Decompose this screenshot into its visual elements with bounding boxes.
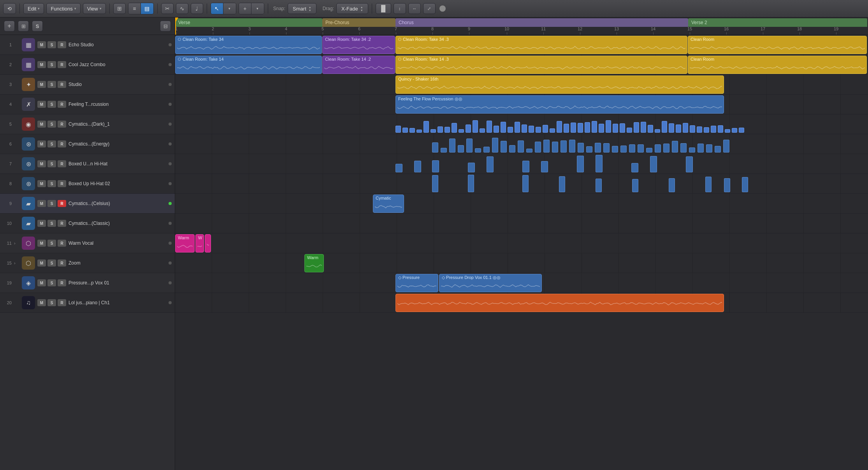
midi-note-4-19[interactable] xyxy=(529,126,534,133)
midi-note-4-2[interactable] xyxy=(409,128,415,133)
midi-note-4-41[interactable] xyxy=(683,123,688,133)
track-r-button-20[interactable]: R xyxy=(58,299,66,306)
track-m-button-10[interactable]: M xyxy=(37,220,46,227)
track-r-button-4[interactable]: R xyxy=(58,101,66,108)
midi-note-5-7[interactable] xyxy=(492,138,498,153)
midi-note-4-14[interactable] xyxy=(494,126,499,133)
midi-note-4-32[interactable] xyxy=(620,123,625,133)
add-chevron[interactable]: ▾ xyxy=(251,3,264,14)
midi-note-4-18[interactable] xyxy=(522,125,527,133)
track-s-button-15[interactable]: S xyxy=(47,260,56,267)
track-m-button-11[interactable]: M xyxy=(37,240,46,247)
track-r-button-2[interactable]: R xyxy=(58,61,66,68)
midi-note-7-4[interactable] xyxy=(596,179,602,192)
track-lane-1[interactable]: Clean Room: Take 34Clean Room: Take 34 .… xyxy=(175,35,868,55)
midi-note-7-6[interactable] xyxy=(669,178,675,192)
midi-note-6-4[interactable] xyxy=(487,156,494,172)
midi-note-5-18[interactable] xyxy=(586,146,592,153)
clip-0-clean-room:-take-34-.2[interactable]: Clean Room: Take 34 .2 xyxy=(322,36,395,54)
midi-note-5-30[interactable] xyxy=(689,147,695,153)
midi-note-6-1[interactable] xyxy=(414,161,421,172)
midi-note-4-42[interactable] xyxy=(690,125,695,133)
track-r-button-15[interactable]: R xyxy=(58,260,66,267)
track-r-button-5[interactable]: R xyxy=(58,121,66,128)
clip-10-w[interactable]: W xyxy=(195,234,204,253)
midi-note-5-19[interactable] xyxy=(595,143,601,153)
midi-note-4-16[interactable] xyxy=(508,127,513,133)
track-r-button-10[interactable]: R xyxy=(58,220,66,227)
midi-note-4-40[interactable] xyxy=(676,125,681,133)
track-r-button-6[interactable]: R xyxy=(58,140,66,147)
track-s-button-19[interactable]: S xyxy=(47,279,56,286)
clip-1-clean-room[interactable]: Clean Room xyxy=(688,56,867,74)
midi-note-4-44[interactable] xyxy=(704,127,709,133)
track-lane-4[interactable]: Feeling The Flow Percussion ◎◎ xyxy=(175,95,868,114)
midi-note-5-1[interactable] xyxy=(441,148,447,153)
midi-note-4-13[interactable] xyxy=(487,121,492,133)
midi-note-4-20[interactable] xyxy=(536,127,541,133)
midi-note-7-0[interactable] xyxy=(432,175,438,192)
track-m-button-8[interactable]: M xyxy=(37,180,46,187)
clip-12-◇-pressure[interactable]: ◇ Pressure xyxy=(395,274,438,292)
track-row-3[interactable]: 3✦MSRStudio xyxy=(0,75,175,95)
clip-2-quincy---shaker-16th[interactable]: Quincy - Shaker 16th xyxy=(395,75,724,94)
midi-note-5-8[interactable] xyxy=(501,141,507,153)
midi-note-4-8[interactable] xyxy=(452,123,457,133)
wave-button[interactable]: ∿ xyxy=(176,3,188,14)
midi-note-4-5[interactable] xyxy=(430,129,436,133)
track-row-1[interactable]: 1▦MSREcho Studio xyxy=(0,35,175,55)
track-row-19[interactable]: 19◈MSRPressure...p Vox 01 xyxy=(0,273,175,293)
midi-note-4-22[interactable] xyxy=(550,128,555,133)
midi-note-6-3[interactable] xyxy=(468,163,475,172)
track-lane-8[interactable] xyxy=(175,174,868,194)
track-row-15[interactable]: 15›⬡MSRZoom xyxy=(0,253,175,273)
midi-note-4-38[interactable] xyxy=(662,121,667,133)
midi-note-5-14[interactable] xyxy=(552,142,558,153)
midi-note-5-9[interactable] xyxy=(509,145,515,153)
track-r-button-9[interactable]: R xyxy=(58,200,66,207)
midi-note-4-27[interactable] xyxy=(585,122,590,133)
midi-note-5-25[interactable] xyxy=(646,148,652,153)
view-menu[interactable]: View ▾ xyxy=(83,3,106,14)
midi-note-6-0[interactable] xyxy=(395,164,402,172)
track-lane-20[interactable] xyxy=(175,293,868,313)
midi-note-4-37[interactable] xyxy=(655,129,660,133)
midi-note-4-28[interactable] xyxy=(592,121,597,133)
midi-note-5-3[interactable] xyxy=(458,145,464,153)
group-tracks-button[interactable]: ⊞ xyxy=(18,21,29,32)
track-r-button-7[interactable]: R xyxy=(58,160,66,167)
midi-note-5-0[interactable] xyxy=(432,142,438,153)
track-m-button-7[interactable]: M xyxy=(37,160,46,167)
midi-note-4-35[interactable] xyxy=(641,122,646,133)
track-r-button-19[interactable]: R xyxy=(58,279,66,286)
track-lane-11[interactable]: WarmW xyxy=(175,233,868,253)
fit-button[interactable]: ↔ xyxy=(408,3,421,14)
levels-button[interactable]: ▐▌ xyxy=(376,3,391,14)
track-lane-7[interactable] xyxy=(175,154,868,174)
track-s-button-7[interactable]: S xyxy=(47,160,56,167)
clip-0-clean-room[interactable]: Clean Room xyxy=(688,36,867,54)
grid-view-button[interactable]: ⊞ xyxy=(113,3,126,14)
midi-note-5-27[interactable] xyxy=(663,144,669,153)
midi-note-7-3[interactable] xyxy=(559,176,565,192)
drag-value-button[interactable]: X-Fade ▲ ▼ xyxy=(336,3,368,14)
track-m-button-2[interactable]: M xyxy=(37,61,46,68)
midi-note-4-1[interactable] xyxy=(402,128,408,133)
track-lane-15[interactable]: Warm xyxy=(175,253,868,273)
track-m-button-15[interactable]: M xyxy=(37,260,46,267)
midi-note-4-36[interactable] xyxy=(648,125,653,133)
midi-note-4-34[interactable] xyxy=(634,122,639,133)
expand-button[interactable]: ↕ xyxy=(394,3,406,14)
track-s-button-8[interactable]: S xyxy=(47,180,56,187)
track-settings-button[interactable]: ⊟ xyxy=(160,21,171,32)
midi-note-4-49[interactable] xyxy=(739,128,744,133)
midi-note-5-11[interactable] xyxy=(526,149,532,153)
clip-13-[interactable] xyxy=(395,294,724,312)
track-row-7[interactable]: 7⊛MSRBoxed U...n Hi-Hat xyxy=(0,154,175,174)
scissors-button[interactable]: ✂ xyxy=(161,3,174,14)
midi-note-4-10[interactable] xyxy=(466,125,471,133)
clip-10-[interactable] xyxy=(205,234,211,253)
clip-0-clean-room:-take-34-.3[interactable]: Clean Room: Take 34 .3 xyxy=(395,36,687,54)
track-lane-6[interactable] xyxy=(175,134,868,154)
track-lane-19[interactable]: ◇ Pressure◇ Pressure Drop Vox 01.1 ◎◎ xyxy=(175,273,868,293)
